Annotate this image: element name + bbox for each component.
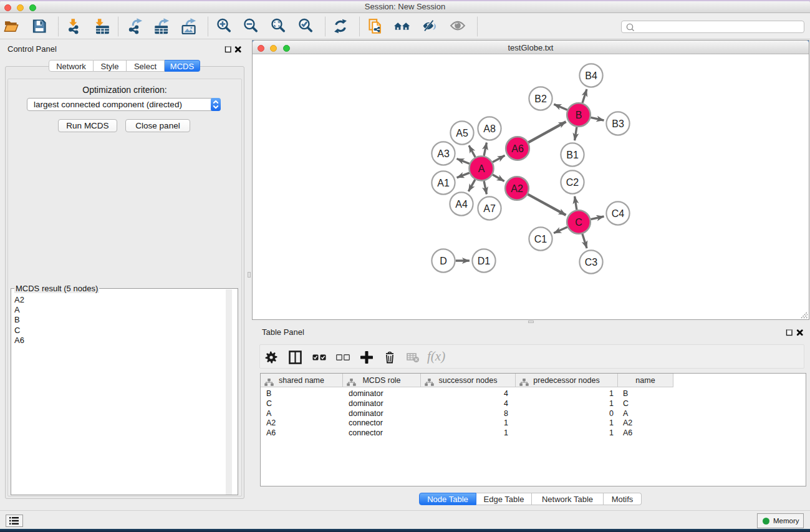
svg-text:C1: C1 [534,234,547,244]
svg-text:B2: B2 [534,94,547,104]
svg-text:D: D [440,256,447,266]
svg-text:A2: A2 [511,183,523,194]
svg-text:B3: B3 [612,118,624,129]
svg-text:B1: B1 [566,150,579,160]
svg-text:A: A [478,163,485,174]
svg-text:A5: A5 [456,128,468,138]
svg-text:A6: A6 [511,143,524,154]
svg-text:D1: D1 [478,256,491,266]
svg-text:A1: A1 [437,178,450,188]
svg-text:C3: C3 [585,257,598,268]
svg-text:B: B [576,110,582,120]
svg-text:A4: A4 [455,199,468,210]
svg-text:A3: A3 [437,148,450,159]
svg-text:C2: C2 [566,177,579,188]
svg-text:B4: B4 [585,70,597,81]
svg-text:C: C [575,217,582,228]
svg-text:C4: C4 [612,208,625,219]
svg-text:A8: A8 [483,123,496,134]
svg-text:A7: A7 [483,203,496,214]
